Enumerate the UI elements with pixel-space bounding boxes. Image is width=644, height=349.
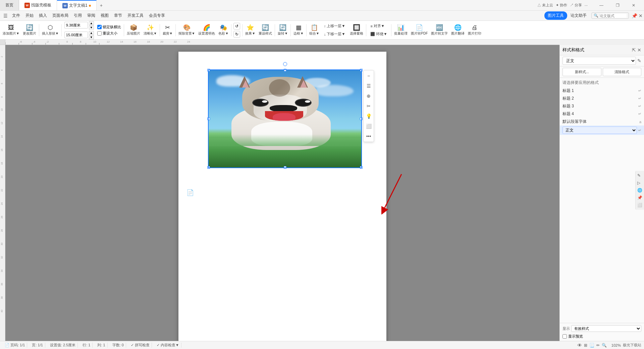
clear-format-button[interactable]: 清除格式 [603, 68, 642, 76]
add-image-button[interactable]: 🖼 添加图片▼ [1, 22, 21, 38]
effects-button[interactable]: ⭐ 效果▼ [244, 22, 257, 38]
handle-top-right[interactable] [360, 69, 363, 71]
panel-close-icon[interactable]: ✕ [639, 13, 643, 18]
more-options[interactable]: ··· [585, 3, 588, 7]
wrap-button[interactable]: ⬛ 环绕▼ [368, 31, 389, 38]
style-item-h3[interactable]: 标题 3 ↵ [560, 102, 644, 110]
menu-review[interactable]: 审阅 [85, 12, 98, 19]
handle-bot-left[interactable] [207, 166, 210, 169]
restore-button[interactable]: ❐ [610, 0, 625, 11]
menu-vip[interactable]: 会员专享 [146, 12, 168, 19]
compress-button[interactable]: 📦 压缩图片 [125, 22, 142, 38]
menu-home[interactable]: 开始 [23, 12, 36, 19]
menu-page-layout[interactable]: 页面布局 [50, 12, 71, 19]
style-item-h2[interactable]: 标题 2 ↵ [560, 95, 644, 102]
style-item-h1[interactable]: 标题 1 ↵ [560, 87, 644, 95]
height-input[interactable] [64, 32, 88, 38]
img-print-button[interactable]: 🖨 图片打印 [467, 22, 483, 38]
float-light-button[interactable]: 💡 [364, 111, 373, 121]
style-dropdown[interactable]: 正文 [562, 57, 636, 65]
collab[interactable]: ✦ 协作 [556, 3, 567, 8]
handle-mid-right[interactable] [360, 117, 363, 120]
color-button[interactable]: 🎭 色彩▼ [217, 22, 230, 38]
img-translate-button[interactable]: 🌐 图片翻译 [450, 22, 466, 38]
float-crop-button[interactable]: ✂ [364, 101, 373, 111]
right-icon-5[interactable]: ⬜ [636, 202, 643, 208]
right-icon-1[interactable]: ✎ [636, 172, 643, 179]
status-spell-check[interactable]: ✓ 拼写检查 [129, 343, 152, 348]
lock-ratio-checkbox[interactable]: 锁定纵横比 [97, 24, 121, 30]
insert-shape-button[interactable]: ⬡ 插入形状▼ [41, 22, 60, 38]
send-backward-button[interactable]: ↓ 下移一层▼ [322, 31, 347, 38]
new-style-button[interactable]: 新样式... [562, 68, 601, 76]
group-button[interactable]: 📋 组合▼ [308, 22, 321, 38]
status-edit-icon[interactable]: ✏ [596, 343, 600, 348]
reset-size-checkbox[interactable]: 重设大小 [97, 31, 121, 36]
sharpen-button[interactable]: ✨ 清晰化▼ [142, 22, 158, 38]
search-input[interactable] [600, 14, 627, 18]
rotate-handle[interactable] [283, 62, 287, 66]
batch-process-button[interactable]: 📊 批量处理 [393, 22, 409, 38]
handle-bot-right[interactable] [360, 166, 363, 169]
rotate-button[interactable]: 🔄 旋转▼ [276, 22, 289, 38]
handle-mid-left[interactable] [207, 117, 210, 120]
style-item-body[interactable]: 正文 ↵ [560, 126, 644, 135]
show-preview-checkbox[interactable]: 显示预览 [562, 334, 641, 339]
height-up[interactable]: ▲ [89, 31, 94, 35]
handle-bot-mid[interactable] [284, 166, 286, 169]
menu-references[interactable]: 引用 [71, 12, 85, 19]
tab-doc1[interactable]: W 文字文稿1 [57, 0, 97, 10]
border-button[interactable]: ▦ 边框▼ [292, 22, 305, 38]
menu-view[interactable]: 视图 [98, 12, 111, 19]
float-layout-button[interactable]: ☰ [364, 81, 373, 91]
reset-style-button[interactable]: 🔄 重设样式 [257, 22, 273, 38]
share[interactable]: ↗ 分享 [570, 3, 582, 8]
style-item-h4[interactable]: 标题 4 ↵ [560, 110, 644, 118]
rotate-left-button[interactable]: ↺ [233, 23, 240, 30]
right-icon-2[interactable]: ▷ [636, 180, 643, 186]
float-more-button[interactable]: ••• [364, 132, 373, 141]
tab-image-tools[interactable]: 图片工具 [544, 11, 567, 20]
status-layout-icon[interactable]: ⊞ [584, 343, 587, 348]
panel-expand-icon[interactable]: ⇱ [632, 47, 636, 53]
width-down[interactable]: ▼ [89, 26, 94, 30]
left-margin-indicator[interactable]: 📄 [186, 189, 194, 196]
status-search2-icon[interactable]: 🔍 [602, 343, 607, 348]
minimize-button[interactable]: — [594, 0, 609, 11]
rotate-right-button[interactable]: ↻ [233, 31, 240, 38]
float-frame-button[interactable]: ⬜ [364, 121, 373, 131]
panel-pin2-icon[interactable]: ✕ [637, 47, 641, 53]
width-input[interactable] [64, 22, 88, 29]
select-pane-button[interactable]: 🔲 选择窗格 [348, 22, 365, 38]
float-zoom-out-button[interactable]: − [364, 71, 373, 81]
change-image-button[interactable]: 🔄 更改图片 [21, 22, 38, 38]
status-doc-icon[interactable]: 📃 [589, 343, 594, 348]
bring-forward-button[interactable]: ↑ 上移一层▼ [322, 22, 347, 30]
right-icon-4[interactable]: 📌 [636, 194, 643, 201]
image-container[interactable]: − ☰ ⊕ ✂ 💡 ⬜ ••• [209, 70, 361, 167]
menu-developer[interactable]: 开发工具 [125, 12, 146, 19]
menu-section[interactable]: 章节 [111, 12, 125, 19]
remove-bg-button[interactable]: 🎨 抠除背景▼ [177, 22, 197, 38]
show-style-type-select[interactable]: 有效样式 [571, 325, 641, 332]
img-to-pdf-button[interactable]: 📄 图片转PDF [410, 22, 429, 38]
handle-top-left[interactable] [207, 69, 210, 71]
handle-top-mid[interactable] [284, 69, 286, 71]
cloud-save[interactable]: △ 未上云 [537, 3, 553, 8]
crop-button[interactable]: ✂ 裁剪▼ [161, 22, 174, 38]
body-style-select[interactable]: 正文 [562, 127, 637, 134]
close-button[interactable]: ✕ [626, 0, 641, 11]
float-search-button[interactable]: ⊕ [364, 91, 373, 101]
style-edit-icon[interactable]: ✎ [637, 58, 641, 63]
menu-hamburger-icon[interactable]: ☰ [1, 12, 9, 20]
width-up[interactable]: ▲ [89, 21, 94, 25]
add-tab-button[interactable]: + [97, 3, 106, 8]
status-eye-icon[interactable]: 👁 [577, 343, 582, 348]
panel-pin-icon[interactable]: 📌 [632, 13, 637, 18]
menu-insert[interactable]: 插入 [36, 12, 50, 19]
height-down[interactable]: ▼ [89, 35, 94, 39]
tab-home[interactable]: 首页 [0, 0, 19, 10]
right-icon-3[interactable]: 🌐 [636, 187, 643, 194]
img-to-text-button[interactable]: 🔤 图片转文字 [430, 22, 449, 38]
menu-file[interactable]: 文件 [9, 12, 23, 19]
